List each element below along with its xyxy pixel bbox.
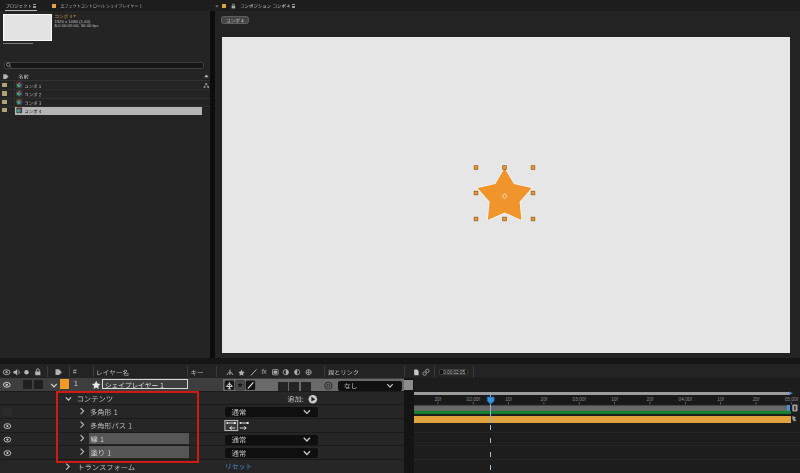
svg-text:05:00f: 05:00f: [785, 397, 799, 402]
svg-text:10f: 10f: [505, 397, 512, 402]
svg-text:20f: 20f: [541, 397, 548, 402]
svg-text:03:00f: 03:00f: [573, 397, 587, 402]
svg-text:20f: 20f: [753, 397, 760, 402]
svg-text:02:00f: 02:00f: [467, 397, 481, 402]
svg-text:10f: 10f: [717, 397, 724, 402]
svg-text:20f: 20f: [647, 397, 654, 402]
svg-text:04:00f: 04:00f: [679, 397, 693, 402]
svg-text:10f: 10f: [611, 397, 618, 402]
svg-text:20f: 20f: [434, 397, 441, 402]
